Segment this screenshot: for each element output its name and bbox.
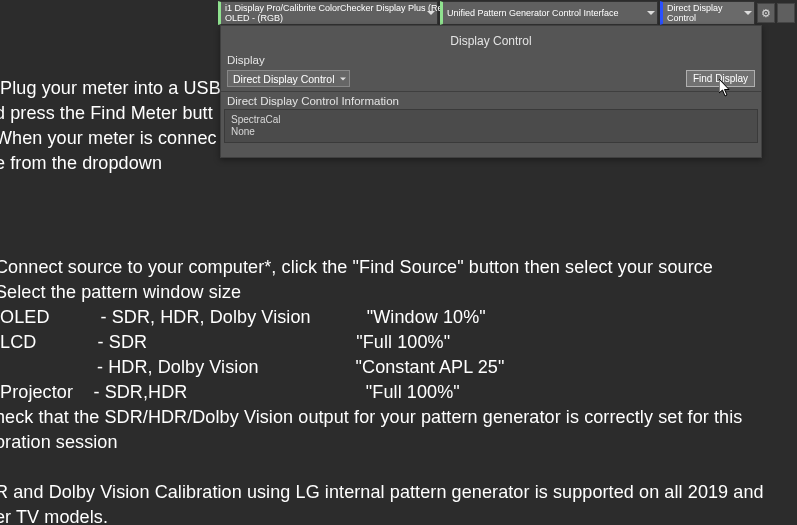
panel-section-display-label: Display xyxy=(221,48,761,68)
settings-button[interactable]: ⚙ xyxy=(757,3,775,23)
background-instructions-2: Connect source to your computer*, click … xyxy=(0,255,764,525)
find-display-button[interactable]: Find Display xyxy=(686,70,755,87)
display-info-model: None xyxy=(231,126,751,138)
tab-pattern-label: Unified Pattern Generator Control Interf… xyxy=(447,8,619,18)
more-button[interactable] xyxy=(777,3,795,23)
tab-display-control[interactable]: Direct Display Control xyxy=(660,1,755,25)
chevron-down-icon xyxy=(340,77,346,80)
display-control-panel: Display Control Display Direct Display C… xyxy=(220,25,762,158)
background-instructions-1: Plug your meter into a USB d press the F… xyxy=(0,76,226,176)
tab-meter[interactable]: i1 Display Pro/Calibrite ColorChecker Di… xyxy=(218,1,438,25)
panel-title: Display Control xyxy=(221,26,761,48)
chevron-down-icon xyxy=(647,11,655,15)
display-mode-value: Direct Display Control xyxy=(233,73,335,85)
tab-pattern-generator[interactable]: Unified Pattern Generator Control Interf… xyxy=(440,1,658,25)
panel-row-display-select: Direct Display Control Find Display xyxy=(221,68,761,92)
tab-meter-label: i1 Display Pro/Calibrite ColorChecker Di… xyxy=(225,3,457,23)
chevron-down-icon xyxy=(744,11,752,15)
top-toolbar: i1 Display Pro/Calibrite ColorChecker Di… xyxy=(218,1,795,25)
chevron-down-icon xyxy=(427,11,435,15)
tab-display-label: Direct Display Control xyxy=(667,3,742,23)
gear-icon: ⚙ xyxy=(761,7,771,20)
display-info-manufacturer: SpectraCal xyxy=(231,114,751,126)
display-mode-combo[interactable]: Direct Display Control xyxy=(227,70,350,87)
panel-info-heading: Direct Display Control Information xyxy=(221,92,761,108)
display-info-block: SpectraCal None xyxy=(224,109,758,143)
